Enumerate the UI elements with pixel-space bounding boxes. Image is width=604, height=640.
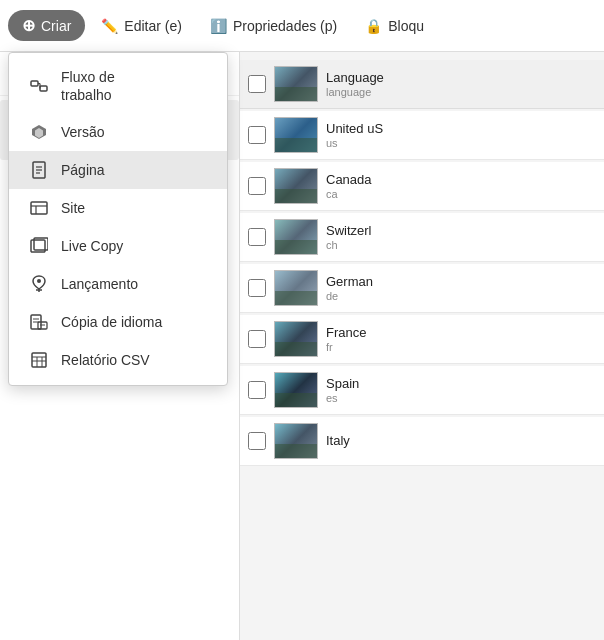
checkbox-fr[interactable] [248,330,266,348]
thumb-ch [274,219,318,255]
dropdown-item-site[interactable]: Site [9,189,227,227]
list-item-language-header[interactable]: Language language [240,60,604,109]
item-title-ch: Switzerl [326,223,372,238]
checkbox-es[interactable] [248,381,266,399]
right-panel: Language language United uS us [240,52,604,640]
item-title-es: Spain [326,376,359,391]
list-item-ch[interactable]: Switzerl ch [240,213,604,262]
thumb-us [274,117,318,153]
checkbox-it[interactable] [248,432,266,450]
properties-label: Propriedades (p) [233,18,337,34]
svg-rect-0 [31,81,38,86]
list-item-fr[interactable]: France fr [240,315,604,364]
item-sub-ch: ch [326,239,372,251]
item-title-language: Language [326,70,384,85]
dropdown-label-page: Página [61,162,105,178]
thumb-fr [274,321,318,357]
launch-icon [29,274,49,294]
svg-rect-23 [32,353,46,367]
thumb-it [274,423,318,459]
edit-label: Editar (e) [124,18,182,34]
item-sub-language: language [326,86,384,98]
thumb-es [274,372,318,408]
item-sub-de: de [326,290,373,302]
svg-rect-10 [31,202,47,214]
dropdown-label-site: Site [61,200,85,216]
dropdown-item-version[interactable]: Versão [9,113,227,151]
checkbox-language[interactable] [248,75,266,93]
list-item-ca[interactable]: Canada ca [240,162,604,211]
svg-rect-1 [40,86,47,91]
dropdown-item-language-copy[interactable]: Cópia de idioma [9,303,227,341]
list-item-es[interactable]: Spain es [240,366,604,415]
checkbox-de[interactable] [248,279,266,297]
version-icon [29,122,49,142]
lock-icon: 🔒 [365,18,382,34]
dropdown-label-launch: Lançamento [61,276,138,292]
dropdown-label-csv: Relatório CSV [61,352,150,368]
language-copy-icon [29,312,49,332]
create-label: Criar [41,18,71,34]
list-item-it[interactable]: Italy [240,417,604,466]
dropdown-label-workflow: Fluxo detrabalho [61,68,115,104]
dropdown-item-page[interactable]: Página [9,151,227,189]
page-icon [29,160,49,180]
item-title-fr: France [326,325,366,340]
checkbox-us[interactable] [248,126,266,144]
list-item-de[interactable]: German de [240,264,604,313]
dropdown-label-livecopy: Live Copy [61,238,123,254]
thumb-de [274,270,318,306]
item-sub-fr: fr [326,341,366,353]
info-icon: ℹ️ [210,18,227,34]
item-title-it: Italy [326,433,350,448]
create-dropdown-menu: Fluxo detrabalho Versão Página [8,52,228,386]
csv-icon [29,350,49,370]
thumb-ca [274,168,318,204]
item-sub-ca: ca [326,188,372,200]
thumb-language [274,66,318,102]
item-sub-us: us [326,137,383,149]
svg-point-15 [37,279,41,283]
checkbox-ca[interactable] [248,177,266,195]
list-container: Language language United uS us [240,52,604,476]
block-button[interactable]: 🔒 Bloqu [353,12,436,40]
item-title-de: German [326,274,373,289]
pencil-icon: ✏️ [101,18,118,34]
checkbox-ch[interactable] [248,228,266,246]
item-title-ca: Canada [326,172,372,187]
dropdown-item-livecopy[interactable]: Live Copy [9,227,227,265]
edit-button[interactable]: ✏️ Editar (e) [89,12,194,40]
toolbar: ⊕ Criar ✏️ Editar (e) ℹ️ Propriedades (p… [0,0,604,52]
dropdown-label-language-copy: Cópia de idioma [61,314,162,330]
list-item-us[interactable]: United uS us [240,111,604,160]
block-label: Bloqu [388,18,424,34]
properties-button[interactable]: ℹ️ Propriedades (p) [198,12,349,40]
dropdown-item-workflow[interactable]: Fluxo detrabalho [9,59,227,113]
item-sub-es: es [326,392,359,404]
site-icon [29,198,49,218]
dropdown-item-csv[interactable]: Relatório CSV [9,341,227,379]
dropdown-label-version: Versão [61,124,105,140]
create-button[interactable]: ⊕ Criar [8,10,85,41]
plus-icon: ⊕ [22,16,35,35]
item-title-us: United uS [326,121,383,136]
workflow-icon [29,76,49,96]
dropdown-item-launch[interactable]: Lançamento [9,265,227,303]
livecopy-icon [29,236,49,256]
